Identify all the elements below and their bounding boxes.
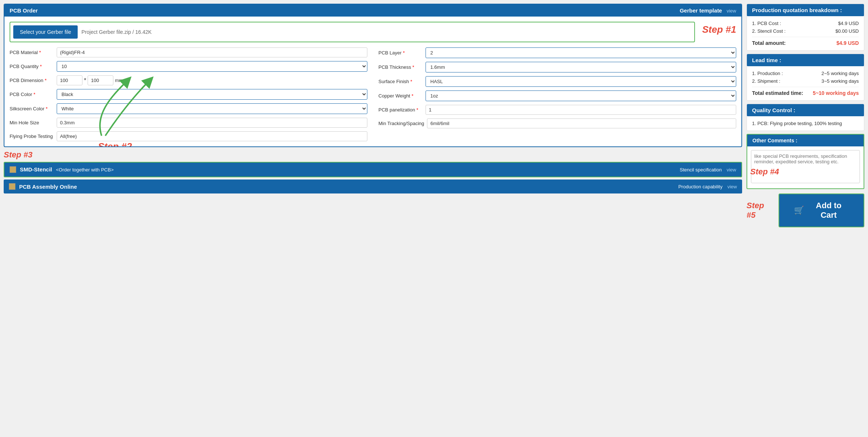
select-copper-weight[interactable]: 1oz 2oz <box>426 90 736 101</box>
step4-placeholder: Step #4 <box>750 167 779 177</box>
gerber-template-link[interactable]: view <box>727 8 736 14</box>
dimension-inputs: * mm <box>57 75 367 85</box>
label-pcb-quantity: PCB Quantity * <box>10 64 54 69</box>
form-row-pcb-material: PCB Material * <box>10 47 367 57</box>
right-panel: Production quotation breakdown : 1. PCB … <box>747 4 864 433</box>
quotation-body: 1. PCB Cost : $4.9 USD 2. Stencil Cost :… <box>747 16 864 50</box>
select-pcb-thickness[interactable]: 1.6mm 0.8mm 2.0mm <box>426 62 736 72</box>
dimension-separator: * <box>84 77 86 84</box>
form-right-col: PCB Layer * 2 4 6 PCB Thickness * 1.6mm … <box>378 47 736 141</box>
label-flying-probe: Flying Probe Testing <box>10 134 54 139</box>
step5-label: Step #5 <box>747 201 773 220</box>
lead-row-production: 1. Production : 2~5 working days <box>752 71 859 76</box>
leadtime-header: Lead time : <box>747 54 864 66</box>
stencil-checkbox[interactable] <box>10 166 16 173</box>
form-row-copper-weight: Copper Weight * 1oz 2oz <box>378 90 736 101</box>
gerber-template-label: Gerber template <box>680 7 722 14</box>
quote-label-stencil: 2. Stencil Cost : <box>752 28 786 34</box>
label-silkscreen-color: Silkscreen Color * <box>10 106 54 111</box>
select-surface-finish[interactable]: HASL ENIG OSP <box>426 76 736 87</box>
assembly-right: Production capability view <box>678 183 737 190</box>
step5-area: Step #5 🛒 Add to Cart <box>747 193 864 227</box>
pcb-order-box: PCB Order Gerber template view Select yo… <box>4 4 742 147</box>
assembly-title-text: PCB Assembly Online <box>19 184 77 190</box>
pcb-order-body: Select your Gerber file Project Gerber f… <box>4 17 741 146</box>
pcb-order-title: PCB Order <box>10 7 38 14</box>
select-pcb-quantity[interactable]: 10 25 50 <box>57 61 367 72</box>
form-row-pcb-layer: PCB Layer * 2 4 6 <box>378 47 736 58</box>
form-grid: PCB Material * PCB Quantity * 10 25 50 <box>10 47 736 141</box>
form-row-tracking: Min Tracking/Spacing <box>378 118 736 128</box>
gerber-filename: Project Gerber file.zip / 16.42K <box>81 29 152 35</box>
stencil-subtitle-text: <Order together with PCB> <box>56 167 114 173</box>
quote-value-pcb: $4.9 USD <box>838 21 859 26</box>
smd-stencil-row[interactable]: SMD-Stencil <Order together with PCB> St… <box>4 162 742 177</box>
stencil-title-text: SMD-Stencil <box>20 166 52 173</box>
input-pcb-material[interactable] <box>57 47 367 57</box>
input-flying-probe[interactable] <box>57 131 367 141</box>
assembly-cap-link[interactable]: view <box>727 184 737 189</box>
step1-label: Step #1 <box>702 24 737 35</box>
form-row-pcb-quantity: PCB Quantity * 10 25 50 <box>10 61 367 72</box>
form-row-pcb-thickness: PCB Thickness * 1.6mm 0.8mm 2.0mm <box>378 62 736 72</box>
step3-area: Step #3 SMD-Stencil <Order together with… <box>4 150 742 193</box>
quote-total-value: $4.9 USD <box>836 40 859 46</box>
lead-label-shipment: 2. Shipment : <box>752 78 780 84</box>
assembly-left: PCB Assembly Online <box>9 183 77 190</box>
gerber-file-row: Select your Gerber file Project Gerber f… <box>10 22 695 42</box>
form-row-flying-probe: Flying Probe Testing <box>10 131 367 141</box>
assembly-checkbox[interactable] <box>9 183 15 190</box>
quality-box: Quality Control : 1. PCB: Flying probe t… <box>747 104 864 131</box>
lead-row-shipment: 2. Shipment : 3~5 working days <box>752 78 859 84</box>
stencil-spec-label: Stencil specification <box>680 167 721 173</box>
gerber-template-area: Gerber template view <box>680 7 736 14</box>
label-pcb-material: PCB Material * <box>10 50 54 55</box>
form-row-min-hole: Min Hole Size <box>10 118 367 128</box>
input-dimension-width[interactable] <box>57 75 82 85</box>
quote-total-label: Total amount: <box>752 40 786 46</box>
form-row-silkscreen-color: Silkscreen Color * White Black <box>10 103 367 114</box>
quotation-box: Production quotation breakdown : 1. PCB … <box>747 4 864 51</box>
label-copper-weight: Copper Weight * <box>378 93 423 99</box>
label-pcb-dimension: PCB Dimension * <box>10 78 54 83</box>
lead-value-production: 2~5 working days <box>821 71 859 76</box>
add-to-cart-button[interactable]: 🛒 Add to Cart <box>779 193 864 227</box>
dimension-unit: mm <box>115 78 123 83</box>
quote-row-pcb: 1. PCB Cost : $4.9 USD <box>752 21 859 26</box>
select-pcb-color[interactable]: Black White Green Blue <box>57 89 367 100</box>
quote-total-row: Total amount: $4.9 USD <box>752 37 859 46</box>
stencil-title: SMD-Stencil <Order together with PCB> <box>20 166 114 173</box>
step3-label: Step #3 <box>4 150 742 160</box>
quality-header: Quality Control : <box>747 104 864 116</box>
step4-label: Step #4 <box>750 167 779 176</box>
comments-textarea[interactable] <box>751 150 860 183</box>
lead-total-label: Total estimated time: <box>752 90 803 96</box>
label-min-hole: Min Hole Size <box>10 120 54 125</box>
lead-value-shipment: 3~5 working days <box>821 78 859 84</box>
qc-body: 1. PCB: Flying probe testing, 100% testi… <box>747 116 864 131</box>
label-panelization: PCB panelization * <box>378 107 423 113</box>
label-pcb-layer: PCB Layer * <box>378 50 423 56</box>
input-dimension-height[interactable] <box>88 75 113 85</box>
stencil-spec-link[interactable]: view <box>727 167 736 173</box>
input-tracking[interactable] <box>427 118 736 128</box>
form-left-col: PCB Material * PCB Quantity * 10 25 50 <box>10 47 367 141</box>
assembly-cap-label: Production capability <box>678 184 723 189</box>
lead-total-row: Total estimated time: 5~10 working days <box>752 87 859 96</box>
input-min-hole[interactable] <box>57 118 367 128</box>
form-row-pcb-color: PCB Color * Black White Green Blue <box>10 89 367 100</box>
leadtime-box: Lead time : 1. Production : 2~5 working … <box>747 54 864 101</box>
quote-label-pcb: 1. PCB Cost : <box>752 21 781 26</box>
label-pcb-thickness: PCB Thickness * <box>378 64 423 70</box>
select-silkscreen-color[interactable]: White Black <box>57 103 367 114</box>
pcb-order-header: PCB Order Gerber template view <box>4 4 741 17</box>
label-surface-finish: Surface Finish * <box>378 79 423 84</box>
select-gerber-button[interactable]: Select your Gerber file <box>13 25 78 39</box>
select-pcb-layer[interactable]: 2 4 6 <box>426 47 736 58</box>
quotation-header: Production quotation breakdown : <box>747 4 864 16</box>
cart-icon: 🛒 <box>794 206 804 215</box>
quote-row-stencil: 2. Stencil Cost : $0.00 USD <box>752 28 859 34</box>
form-row-pcb-dimension: PCB Dimension * * mm <box>10 75 367 85</box>
input-panelization[interactable] <box>426 105 736 115</box>
pcb-assembly-row[interactable]: PCB Assembly Online Production capabilit… <box>4 180 742 193</box>
